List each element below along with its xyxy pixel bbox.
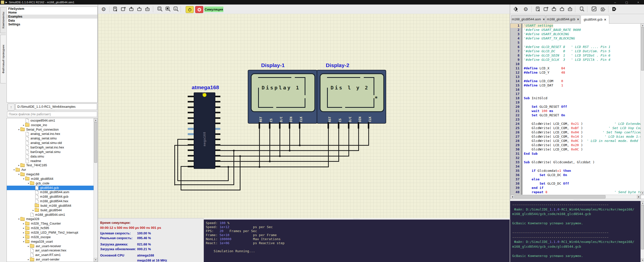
code-line[interactable]: 37 else bbox=[510, 177, 644, 182]
code-line[interactable]: 11#define LCD_X 84 bbox=[510, 66, 644, 71]
scroll-up-icon[interactable]: ▲ bbox=[94, 118, 98, 122]
code-line[interactable]: 18Sub InitGlcd bbox=[510, 96, 644, 100]
new-file-icon[interactable] bbox=[542, 6, 549, 13]
folder-up-button[interactable]: ↑ bbox=[8, 103, 15, 111]
code-line[interactable]: 2'#define USART_BAUD_RATE 9600 bbox=[510, 28, 644, 32]
tree-item[interactable]: oscope8544.sim1 bbox=[7, 118, 94, 123]
reload-circuit-icon[interactable] bbox=[112, 6, 119, 13]
collapse-icon[interactable]: ▾ bbox=[22, 240, 25, 243]
editor-hscrollbar-thumb[interactable] bbox=[514, 195, 606, 198]
collapse-icon[interactable]: ▾ bbox=[27, 182, 30, 185]
tree-item[interactable]: ▾mega328_usart bbox=[7, 239, 94, 244]
output-scrollbar-thumb[interactable] bbox=[641, 205, 644, 249]
code-line[interactable]: 4'#define USART_TX_BLOCKING bbox=[510, 36, 644, 41]
code-line[interactable]: 15#define LCD_DAT 1 bbox=[510, 83, 644, 88]
path-input[interactable]: D:/SimulIDE_1.1.0-RC1_Win64/examples bbox=[16, 103, 97, 110]
code-line[interactable]: 25 GlcdWrite( LCD_COM, 0xBf ) ' Set LCD … bbox=[510, 126, 644, 130]
expand-icon[interactable]: ▸ bbox=[22, 222, 25, 225]
scroll-left-icon[interactable]: ◀ bbox=[510, 195, 514, 199]
expand-icon[interactable]: ▸ bbox=[22, 227, 25, 229]
debug-run-icon[interactable] bbox=[611, 6, 618, 13]
editor-scrollbar[interactable]: ▲ ▼ bbox=[640, 23, 644, 195]
sidebar-item-home[interactable]: Home bbox=[7, 11, 97, 15]
tab-m168_glcd8544.asm[interactable]: m168_glcd8544.asm× bbox=[511, 15, 545, 23]
circuit-canvas[interactable] bbox=[98, 14, 510, 218]
code-line[interactable]: 22 Set GLCD_RESET On bbox=[510, 113, 644, 118]
code-line[interactable]: 1'USART settings bbox=[510, 24, 644, 28]
tree-item[interactable]: analog_serial.simu bbox=[7, 136, 94, 141]
tree-item[interactable]: build_m168_glcd8544 bbox=[7, 203, 94, 208]
power-button[interactable] bbox=[186, 6, 194, 13]
load-circuit-icon[interactable] bbox=[128, 6, 135, 13]
scroll-down-icon[interactable]: ▼ bbox=[641, 191, 644, 195]
tree-item[interactable]: analog_serial.simu-old bbox=[7, 141, 94, 145]
settings-icon[interactable]: ⚙ bbox=[522, 6, 529, 13]
code-line[interactable]: 21 wait 100 ms bbox=[510, 109, 644, 113]
code-line[interactable]: 23 bbox=[510, 118, 644, 122]
code-line[interactable]: 9'#define GLCD_SCLK 3 ' LCD SPIClk . Pin… bbox=[510, 58, 644, 62]
tree-item[interactable]: barGraph_serial.simu bbox=[7, 150, 94, 154]
sidebar-item-settings[interactable]: Settings bbox=[7, 22, 97, 26]
scroll-up-icon[interactable]: ▲ bbox=[641, 201, 644, 205]
code-line[interactable]: 30 GlcdWrite( LCD_COM, 0x0C ) bbox=[510, 147, 644, 152]
tree-item[interactable]: ▾Serial_Port_connection bbox=[7, 127, 94, 132]
tree-item[interactable]: avr_usart-receiver.hex bbox=[7, 248, 94, 253]
tree-item[interactable]: ▾mega168 bbox=[7, 172, 94, 177]
tree-item[interactable]: barGraph_serial.ino.hex bbox=[7, 145, 94, 150]
expand-icon[interactable]: ▸ bbox=[17, 164, 20, 167]
expand-icon[interactable]: ▸ bbox=[22, 124, 25, 126]
code-line[interactable]: 5 bbox=[510, 41, 644, 45]
code-line[interactable]: 8'#define GLCD_SDIN 1 ' LCD SPIDat . Pin… bbox=[510, 54, 644, 58]
tree-scrollbar[interactable]: ▲ ▼ bbox=[94, 118, 98, 262]
tree-item[interactable]: m168_glcd8544.asm bbox=[7, 190, 94, 195]
tree-item[interactable]: ▸Test_74HC165 bbox=[7, 163, 94, 168]
recent-files-icon[interactable] bbox=[567, 6, 574, 13]
tree-item[interactable]: ▸oscope_ino bbox=[7, 123, 94, 127]
code-line[interactable]: 38 Set GLCD_DC Off bbox=[510, 182, 644, 186]
tree-item[interactable]: ▾gcb_code bbox=[7, 181, 94, 186]
code-line[interactable]: 35 if Glcdcomdat=1 then ' bbox=[510, 169, 644, 173]
editor-scrollbar-thumb[interactable] bbox=[641, 27, 644, 71]
zoom-extents-icon[interactable] bbox=[165, 6, 172, 13]
scroll-down-icon[interactable]: ▼ bbox=[641, 258, 644, 262]
expand-icon[interactable]: ▸ bbox=[22, 236, 25, 238]
sidebar-item-filesystem[interactable]: FileSystem bbox=[7, 7, 97, 11]
settings-icon[interactable]: ⚙ bbox=[100, 6, 107, 13]
output-scrollbar[interactable]: ▲ ▼ bbox=[640, 201, 644, 262]
tab-file-explorer[interactable]: Файловый проводник bbox=[0, 35, 6, 83]
tree-item[interactable]: glcd8544.gcb bbox=[7, 186, 94, 190]
tree-item[interactable]: ▸avr_usart-sender bbox=[7, 257, 94, 262]
tree-item[interactable]: ▸m328_hc595 bbox=[7, 226, 94, 230]
tab-close-icon[interactable]: × bbox=[604, 18, 606, 22]
upload-to-mcu-icon[interactable] bbox=[599, 6, 606, 13]
code-line[interactable]: 24 GlcdWrite( LCD_COM, 0x21 ) ' LCD Exte… bbox=[510, 122, 644, 126]
tree-item[interactable]: ▸m328_LED_PWM_Tim2_Interrupt bbox=[7, 230, 94, 235]
tree-item[interactable]: ▾Avr bbox=[7, 168, 94, 172]
scroll-down-icon[interactable]: ▼ bbox=[94, 258, 98, 262]
code-line[interactable]: 29 GlcdWrite( LCD_COM, 0x20 ) bbox=[510, 143, 644, 147]
collapse-icon[interactable]: ▾ bbox=[17, 218, 20, 220]
code-line[interactable]: 16 bbox=[510, 88, 644, 92]
code-line[interactable]: 32 bbox=[510, 156, 644, 160]
tree-item[interactable]: analog_serial.ino.hex bbox=[7, 132, 94, 136]
expand-icon[interactable]: ▸ bbox=[27, 258, 30, 261]
code-line[interactable]: 40 repeat 8 ' Send byte to LCD bbox=[510, 190, 644, 194]
tree-item[interactable]: m168_glcd8544.gcb bbox=[7, 194, 94, 199]
code-line[interactable]: 31End Sub bbox=[510, 152, 644, 156]
tree-scrollbar-thumb[interactable] bbox=[94, 122, 97, 163]
scroll-right-icon[interactable]: ▶ bbox=[637, 195, 641, 199]
new-circuit-icon[interactable] bbox=[120, 6, 127, 13]
open-file-icon[interactable] bbox=[550, 6, 557, 13]
last-circuits-icon[interactable] bbox=[144, 6, 151, 13]
code-line[interactable]: 13 bbox=[510, 75, 644, 79]
compile-icon[interactable] bbox=[591, 6, 598, 13]
zoom-one-icon[interactable]: 1 bbox=[173, 6, 180, 13]
code-line[interactable]: 12#define LCD_Y 48 bbox=[510, 71, 644, 75]
code-line[interactable]: 27 GlcdWrite( LCD_COM, 0x14 ) ' LCD bias… bbox=[510, 135, 644, 139]
reload-file-icon[interactable] bbox=[534, 6, 541, 13]
tree-item[interactable]: ▸m328_7Seg_Counter bbox=[7, 221, 94, 226]
splitter-handle[interactable]: ······ bbox=[353, 218, 360, 220]
tree-item[interactable]: ▸avr_usart-receiver bbox=[7, 244, 94, 248]
code-line[interactable]: 36 Set GLCD_DC On bbox=[510, 173, 644, 177]
tree-item[interactable]: m168_glcd8544.hex bbox=[7, 199, 94, 203]
